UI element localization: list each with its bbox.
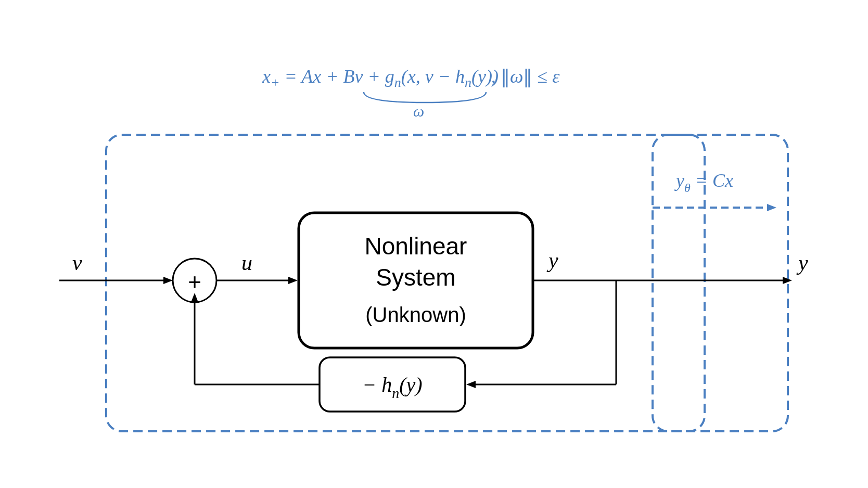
diagram-container: x+ = Ax + Bv + gn(x, v − hn(y)) , ‖ω‖ ≤ … <box>44 31 824 457</box>
nonlinear-text: Nonlinear <box>365 233 467 260</box>
underbrace <box>364 92 486 102</box>
unknown-text: (Unknown) <box>365 303 466 326</box>
sum-to-block-arrowhead <box>288 277 298 284</box>
input-arrowhead <box>163 277 173 284</box>
feedback-arrowhead <box>466 381 476 388</box>
label-y2: y <box>796 251 808 275</box>
plus-sign: + <box>188 269 201 294</box>
label-y1: y <box>546 248 558 272</box>
label-u: u <box>241 251 252 275</box>
feedback-block <box>320 357 465 412</box>
equation-top: x+ = Ax + Bv + gn(x, v − hn(y)) <box>262 66 499 90</box>
label-v: v <box>72 251 82 275</box>
blue-output-arrowhead <box>767 204 776 211</box>
omega-label: ω <box>413 102 424 120</box>
equation-norm: , ‖ω‖ ≤ ε <box>491 66 560 87</box>
system-text: System <box>376 264 455 291</box>
equation-right: yθ = Cx <box>674 170 733 195</box>
